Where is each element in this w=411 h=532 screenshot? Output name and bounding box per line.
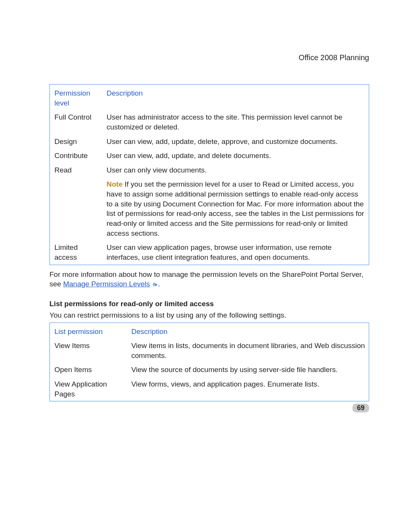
table2-header-description: Description [127,323,369,339]
external-link-icon [153,282,158,287]
table1-cell-desc: User has administrator access to the sit… [102,110,369,134]
page-header-title: Office 2008 Planning [49,53,369,62]
manage-permission-levels-link[interactable]: Manage Permission Levels [63,280,150,288]
table1-cell-level: Contribute [50,149,102,163]
table2-cell-desc: View items in lists, documents in docume… [127,339,369,363]
document-page: Office 2008 Planning Permission level De… [0,0,411,401]
table1-header-permission-level: Permission level [50,85,102,110]
note-label: Note [107,180,123,188]
table2-header-list-permission: List permission [50,323,127,339]
table1-cell-level: Read [50,163,102,177]
table1-cell-level: Full Control [50,110,102,134]
para-text-post: . [158,280,160,288]
table2-cell-perm: View Items [50,339,127,363]
paragraph-after-table1: For more information about how to manage… [49,270,369,289]
note-text: If you set the permission level for a us… [107,180,364,237]
page-number: 69 [352,404,369,412]
table1-cell-desc: User can view application pages, browse … [102,240,369,265]
table1-cell-desc: User can view, add, update, and delete d… [102,149,369,163]
table2-cell-perm: View Application Pages [50,377,127,401]
table1-header-description: Description [102,85,369,110]
table2-cell-perm: Open Items [50,363,127,377]
table1-cell-level: Limited access [50,240,102,265]
table2-cell-desc: View forms, views, and application pages… [127,377,369,401]
table2-cell-desc: View the source of documents by using se… [127,363,369,377]
paragraph-before-table2: You can restrict permissions to a list b… [49,310,369,320]
table1-cell-level [50,177,102,240]
list-permission-table: List permission Description View Items V… [49,323,369,402]
table1-cell-level: Design [50,134,102,149]
table1-cell-desc: User can only view documents. [102,163,369,177]
table1-cell-desc-note: Note If you set the permission level for… [102,177,369,240]
section-heading: List permissions for read-only or limite… [49,300,369,308]
page-number-pill: 69 [352,404,369,412]
permission-level-table: Permission level Description Full Contro… [49,84,369,265]
table1-cell-desc: User can view, add, update, delete, appr… [102,134,369,149]
